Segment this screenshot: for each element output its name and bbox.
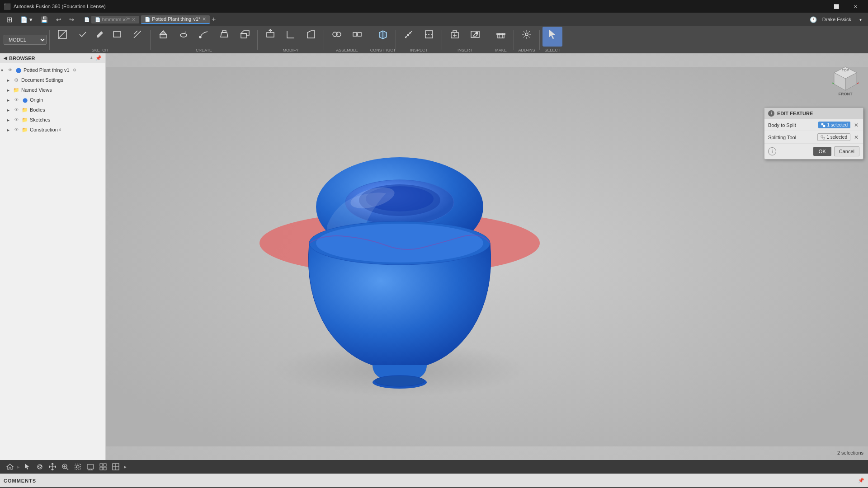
tree-arrow-root[interactable]: ▾ [1, 68, 6, 73]
breadcrumb-close2[interactable]: ✕ [202, 16, 206, 22]
section-analysis-tool[interactable] [419, 27, 439, 47]
tree-item-root[interactable]: ▾ 👁 ⬤ Potted Plant thing v1 ⚙ [0, 65, 105, 75]
revolve-tool[interactable] [174, 27, 193, 47]
tree-arrow-bodies[interactable]: ▸ [7, 108, 13, 113]
svg-rect-82 [104, 467, 106, 470]
redo-button[interactable]: ↪ [66, 15, 77, 24]
nav-orbit-btn[interactable] [34, 461, 45, 472]
nav-more-btn[interactable]: ▸ [124, 464, 127, 470]
tree-arrow-named-views[interactable]: ▸ [7, 88, 13, 93]
tree-arrow-sketches[interactable]: ▸ [7, 117, 13, 122]
create-sketch-tool[interactable] [93, 27, 107, 47]
breadcrumb-tab: 📄 hmmmm v2* ✕ [91, 16, 140, 23]
make-3d-print-tool[interactable] [491, 27, 511, 47]
fillet-tool[interactable] [281, 27, 301, 47]
construction-folder-icon: 📁 [21, 126, 28, 133]
edit-feature-help-icon[interactable]: i [768, 147, 776, 155]
body-to-split-label: Body to Split [768, 122, 816, 128]
browser-collapse-icon[interactable]: ◀ [4, 56, 7, 61]
browser-pin-icon[interactable]: 📌 [95, 55, 102, 61]
nav-grid-btn[interactable] [98, 461, 108, 472]
splitting-tool-clear-btn[interactable]: ✕ [853, 134, 859, 141]
sweep-tool[interactable] [194, 27, 214, 47]
inspect-measure-tool[interactable] [399, 27, 419, 47]
edit-feature-cancel-button[interactable]: Cancel [834, 146, 859, 156]
clock-icon: 🕐 [810, 16, 817, 23]
user-dropdown[interactable]: ▾ [857, 16, 864, 23]
svg-rect-21 [353, 33, 357, 36]
toolbar: MODEL SCULPT RENDER ANIMATION SKETCH [0, 26, 868, 53]
svg-rect-81 [100, 467, 103, 470]
body-to-split-select-btn[interactable]: 1 selected [818, 122, 850, 128]
edit-feature-ok-button[interactable]: OK [813, 147, 831, 156]
tree-arrow-doc[interactable]: ▸ [7, 78, 13, 83]
comments-pin-btn[interactable]: 📌 [858, 478, 864, 483]
root-settings-icon[interactable]: ⚙ [71, 66, 78, 74]
svg-point-9 [180, 33, 187, 37]
breadcrumb-close1[interactable]: ✕ [132, 17, 136, 23]
user-menu[interactable]: Drake Essick [820, 16, 854, 23]
tree-item-named-views[interactable]: ▸ 📁 Named Views [0, 85, 105, 95]
viewport[interactable]: TOP FRONT i EDIT FEATURE Body to Split 1… [106, 53, 868, 460]
tree-label-origin: Origin [30, 97, 43, 103]
comments-label: COMMENTS [4, 478, 36, 483]
rectangle-tool[interactable] [107, 27, 127, 47]
loft-tool[interactable] [214, 27, 234, 47]
addins-tool[interactable] [517, 27, 537, 47]
extrude-tool[interactable] [153, 27, 173, 47]
stop-sketch-tool[interactable] [73, 27, 93, 47]
model-dropdown[interactable]: MODEL SCULPT RENDER ANIMATION [4, 35, 47, 45]
select-group-label: SELECT [544, 48, 560, 52]
svg-rect-35 [471, 31, 479, 38]
add-tab-button[interactable]: + [212, 15, 216, 23]
grid-menu-button[interactable]: ⊞ [4, 14, 15, 25]
create-box-tool[interactable] [235, 27, 255, 47]
nav-cursor-btn[interactable] [22, 461, 33, 472]
file-button[interactable]: 📄 ▾ [18, 15, 35, 24]
nav-display-btn[interactable] [85, 461, 96, 472]
tree-item-bodies[interactable]: ▸ 👁 📁 Bodies [0, 105, 105, 115]
tree-item-sketches[interactable]: ▸ 👁 📁 Sketches [0, 115, 105, 125]
insert-canvas-tool[interactable] [465, 27, 485, 47]
sketches-visibility-icon[interactable]: 👁 [13, 116, 20, 123]
tree-arrow-origin[interactable]: ▸ [7, 98, 13, 103]
press-pull-tool[interactable] [260, 27, 280, 47]
insert-mcad-tool[interactable] [445, 27, 465, 47]
close-button[interactable]: ✕ [846, 0, 864, 13]
tree-item-doc-settings[interactable]: ▸ ⚙ Document Settings [0, 75, 105, 85]
toolbar-sep-7 [442, 30, 442, 50]
construction-visibility-icon[interactable]: 👁 [13, 126, 20, 133]
sketches-folder-icon: 📁 [21, 116, 28, 123]
toolbar-sep-2 [150, 30, 151, 50]
svg-marker-43 [549, 30, 555, 39]
nav-home-btn[interactable] [5, 461, 15, 472]
maximize-button[interactable]: ⬜ [827, 0, 845, 13]
sketch-tool[interactable] [52, 27, 72, 47]
tree-item-construction[interactable]: ▸ 👁 📁 Construction 4 [0, 125, 105, 135]
root-visibility-icon[interactable]: 👁 [6, 66, 14, 74]
view-cube[interactable]: TOP FRONT [827, 58, 863, 94]
construct-plane-tool[interactable] [373, 27, 393, 47]
constraint-tool[interactable] [127, 27, 147, 47]
assemble-rigid-tool[interactable] [347, 27, 367, 47]
minimize-button[interactable]: — [808, 0, 826, 13]
nav-pan-btn[interactable] [47, 461, 58, 472]
assemble-joint-tool[interactable] [327, 27, 347, 47]
toolbar-sep-4 [324, 30, 324, 50]
svg-point-42 [525, 33, 528, 36]
undo-button[interactable]: ↩ [53, 15, 64, 24]
nav-view-btn[interactable] [110, 461, 121, 472]
save-button[interactable]: 💾 [38, 15, 51, 24]
select-tool[interactable] [542, 27, 562, 47]
origin-visibility-icon[interactable]: 👁 [13, 96, 20, 103]
browser-expand-icon[interactable]: + [90, 55, 93, 61]
bodies-visibility-icon[interactable]: 👁 [13, 106, 20, 113]
body-to-split-clear-btn[interactable]: ✕ [853, 122, 859, 128]
nav-zoom-btn[interactable] [60, 461, 71, 472]
tree-item-origin[interactable]: ▸ 👁 ⬤ Origin [0, 95, 105, 105]
nav-zoomfit-btn[interactable] [72, 461, 83, 472]
tree-arrow-construction[interactable]: ▸ [7, 127, 13, 132]
splitting-tool-select-btn[interactable]: 1 selected [817, 133, 850, 141]
svg-marker-18 [307, 31, 315, 38]
chamfer-tool[interactable] [301, 27, 321, 47]
